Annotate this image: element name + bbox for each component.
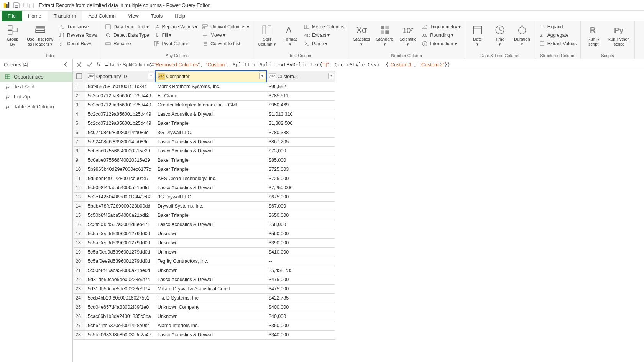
standard-button[interactable]: Standard ▾ bbox=[374, 23, 396, 47]
cell[interactable]: Lasco Acoustics & Drywall bbox=[155, 110, 266, 119]
qat-dropdown-icon[interactable] bbox=[23, 2, 30, 9]
cell[interactable]: $650,000 bbox=[266, 211, 335, 220]
cell[interactable]: Unknown bbox=[155, 266, 266, 275]
table-row[interactable]: 245ccb4bb29f60c00016027592T & D Systems,… bbox=[73, 293, 335, 303]
cell[interactable]: 5c50b8f46aba54000a21be0d bbox=[85, 266, 155, 275]
cell[interactable]: Lasco Acoustics & Drywall bbox=[155, 183, 266, 192]
cell[interactable]: Marek Brothers Systems, Inc. bbox=[155, 82, 266, 91]
column-header[interactable]: ABCOpportunity ID bbox=[85, 71, 155, 82]
merge-columns-button[interactable]: Merge Columns bbox=[302, 23, 346, 31]
cell[interactable]: $780,338 bbox=[266, 128, 335, 137]
table-row[interactable]: 45c2cd07129a856001b25d449Lasco Acoustics… bbox=[73, 110, 335, 119]
cell[interactable]: $725,003 bbox=[266, 165, 335, 174]
table-row[interactable]: 75c92408d6f83980014fa089cLasco Acoustics… bbox=[73, 137, 335, 146]
table-row[interactable]: 95c0ebe075566f40020315e29Baker Triangle$… bbox=[73, 156, 335, 165]
cell[interactable]: 5bdb478fb7289000323b00dd bbox=[85, 201, 155, 211]
collapse-sidebar-icon[interactable] bbox=[62, 61, 69, 67]
cell[interactable]: Tegrity Contractors, Inc. bbox=[155, 257, 266, 266]
cell[interactable]: $725,000 bbox=[266, 174, 335, 183]
table-row[interactable]: 125c50b8f46aba54000a21bdfdLasco Acoustic… bbox=[73, 183, 335, 192]
cell[interactable]: 5c0ebe075566f40020315e29 bbox=[85, 146, 155, 156]
scientific-button[interactable]: 10²Scientific ▾ bbox=[397, 23, 419, 47]
time-button[interactable]: Time ▾ bbox=[490, 23, 510, 47]
cell[interactable]: 5c92408d6f83980014fa089c bbox=[85, 137, 155, 146]
save-icon[interactable] bbox=[13, 2, 20, 9]
table-row[interactable]: 55c2cd07129a856001b25d449Baker Triangle$… bbox=[73, 119, 335, 128]
format-button[interactable]: AFormat ▾ bbox=[280, 23, 301, 47]
cell[interactable]: $67,000 bbox=[266, 201, 335, 211]
cell[interactable]: $40,000 bbox=[266, 312, 335, 321]
cell[interactable]: $73,000 bbox=[266, 146, 335, 156]
data-type-button[interactable]: Data Type: Text ▾ bbox=[104, 23, 151, 31]
cell[interactable]: Baker Triangle bbox=[155, 119, 266, 128]
cell[interactable]: $867,205 bbox=[266, 137, 335, 146]
cell[interactable]: 5c50b8f46aba54000a21bdfd bbox=[85, 183, 155, 192]
run-python-button[interactable]: PyRun Python script bbox=[605, 23, 632, 47]
cell[interactable]: 5cb641fb6370e4001428e9bf bbox=[85, 321, 155, 330]
table-row[interactable]: 35c2cd07129a856001b25d449Greater Metropl… bbox=[73, 100, 335, 110]
pivot-button[interactable]: Pivot Column bbox=[152, 40, 199, 48]
cell[interactable]: Unknown bbox=[155, 312, 266, 321]
query-item[interactable]: Opportunities bbox=[0, 72, 72, 82]
tab-file[interactable]: File bbox=[2, 11, 22, 21]
cell[interactable]: 5ccb4bb29f60c00016027592 bbox=[85, 293, 155, 303]
extract-values-button[interactable]: Extract Values bbox=[537, 40, 578, 48]
table-row[interactable]: 215c50b8f46aba54000a21be0dUnknown$5,458,… bbox=[73, 266, 335, 275]
group-by-button[interactable]: Group By bbox=[2, 23, 23, 47]
tab-transform[interactable]: Transform bbox=[48, 11, 82, 21]
cell[interactable]: 5c2cd07129a856001b25d449 bbox=[85, 119, 155, 128]
statistics-button[interactable]: ΧσStatistics ▾ bbox=[351, 23, 372, 47]
cell[interactable]: Unknown bbox=[155, 229, 266, 238]
cell[interactable]: $422,785 bbox=[266, 293, 335, 303]
run-r-button[interactable]: RRun R script bbox=[583, 23, 604, 47]
cell[interactable]: Alamo Interiors Inc. bbox=[155, 321, 266, 330]
count-rows-button[interactable]: ∑Count Rows bbox=[57, 40, 99, 48]
cell[interactable]: 5c5af0ee9d5396001279dd0d bbox=[85, 229, 155, 238]
cell[interactable]: 5b9965b40d29e7000ec6177d bbox=[85, 165, 155, 174]
cell[interactable]: 5c2cd07129a856001b25d449 bbox=[85, 100, 155, 110]
extract-button[interactable]: ABCExtract ▾ bbox=[302, 31, 346, 39]
table-row[interactable]: 255cd04e657d4a83002f89f1e0Unknown Compan… bbox=[73, 303, 335, 312]
aggregate-button[interactable]: ΣAggregate bbox=[537, 31, 578, 39]
cell[interactable]: 5bf3557581c01f001f11c34f bbox=[85, 82, 155, 91]
tab-tools[interactable]: Tools bbox=[145, 11, 169, 21]
unpivot-button[interactable]: Unpivot Columns ▾ bbox=[200, 23, 251, 31]
table-row[interactable]: 175c5af0ee9d5396001279dd0dUnknown$550,00… bbox=[73, 229, 335, 238]
cell[interactable]: 5c0ebe075566f40020315e29 bbox=[85, 156, 155, 165]
formula-cancel-icon[interactable] bbox=[75, 61, 83, 69]
cell[interactable]: $550,000 bbox=[266, 229, 335, 238]
cell[interactable]: 5d5bebf4f91228001cb90ae7 bbox=[85, 174, 155, 183]
move-button[interactable]: Move ▾ bbox=[200, 31, 251, 39]
cell[interactable]: $95,552 bbox=[266, 82, 335, 91]
cell[interactable]: T & D Systems, Inc. bbox=[155, 293, 266, 303]
table-row[interactable]: 155c50b8f46aba54000a21bdf2Baker Triangle… bbox=[73, 211, 335, 220]
duration-button[interactable]: Duration ▾ bbox=[512, 23, 532, 47]
cell[interactable]: Baker Triangle bbox=[155, 156, 266, 165]
table-row[interactable]: 85c0ebe075566f40020315e29Lasco Acoustics… bbox=[73, 146, 335, 156]
expand-button[interactable]: Expand bbox=[537, 23, 578, 31]
cell[interactable]: $1,013,310 bbox=[266, 110, 335, 119]
cell[interactable]: $475,000 bbox=[266, 275, 335, 284]
table-row[interactable]: 115d5bebf4f91228001cb90ae7AES Clean Tech… bbox=[73, 174, 335, 183]
cell[interactable]: 5c5af0ee9d5396001279dd0d bbox=[85, 247, 155, 257]
table-row[interactable]: 165c3fb030d537a3001d8eb471Lasco Acoustic… bbox=[73, 220, 335, 229]
cell[interactable]: Baker Triangle bbox=[155, 211, 266, 220]
cell[interactable]: $340,000 bbox=[266, 330, 335, 339]
table-row[interactable]: 135c2e14250486bd0012440e823G Drywall LLC… bbox=[73, 192, 335, 201]
rename-button[interactable]: Rename bbox=[104, 40, 151, 48]
cell[interactable]: $950,469 bbox=[266, 100, 335, 110]
cell[interactable]: 5c3fb030d537a3001d8eb471 bbox=[85, 220, 155, 229]
tab-help[interactable]: Help bbox=[169, 11, 191, 21]
cell[interactable]: $475,000 bbox=[266, 284, 335, 293]
column-filter-icon[interactable] bbox=[328, 73, 334, 79]
detect-type-button[interactable]: Detect Data Type bbox=[104, 31, 151, 39]
cell[interactable]: Baker Triangle bbox=[155, 165, 266, 174]
cell[interactable]: 5c50b8f46aba54000a21bdf2 bbox=[85, 211, 155, 220]
table-row[interactable]: 225d31db50cae5de00223e9f74Lasco Acoustic… bbox=[73, 275, 335, 284]
cell[interactable]: Millard Drywall & Acoustical Const bbox=[155, 284, 266, 293]
cell[interactable]: 3G Drywall LLC. bbox=[155, 192, 266, 201]
tab-view[interactable]: View bbox=[122, 11, 145, 21]
column-filter-icon[interactable] bbox=[148, 73, 154, 79]
cell[interactable]: Lasco Acoustics & Drywall bbox=[155, 146, 266, 156]
table-row[interactable]: 105b9965b40d29e7000ec6177dBaker Triangle… bbox=[73, 165, 335, 174]
